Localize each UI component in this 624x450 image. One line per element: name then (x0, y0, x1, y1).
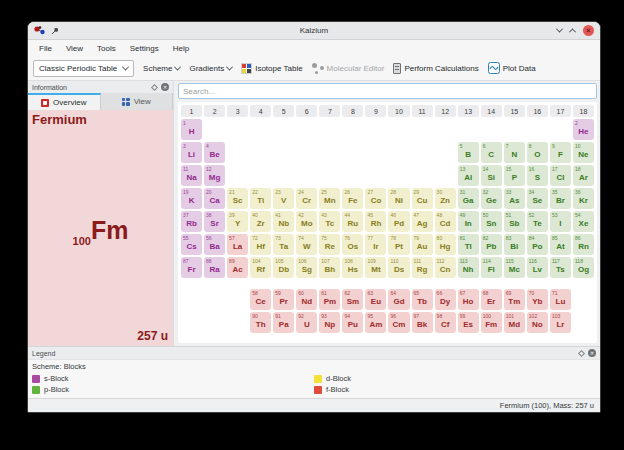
element-Ni[interactable]: 28Ni (388, 188, 409, 209)
element-Be[interactable]: 4Be (204, 142, 225, 163)
menu-view[interactable]: View (59, 44, 90, 53)
element-Al[interactable]: 13Al (458, 165, 479, 186)
element-La[interactable]: 57La (227, 234, 248, 255)
element-Ru[interactable]: 44Ru (342, 211, 363, 232)
element-Po[interactable]: 84Po (527, 234, 548, 255)
element-Ca[interactable]: 20Ca (204, 188, 225, 209)
element-P[interactable]: 15P (504, 165, 525, 186)
element-Cs[interactable]: 55Cs (181, 234, 202, 255)
menu-file[interactable]: File (32, 44, 59, 53)
element-Cf[interactable]: 98Cf (435, 312, 456, 333)
element-Rn[interactable]: 86Rn (573, 234, 594, 255)
element-Np[interactable]: 93Np (319, 312, 340, 333)
element-Rg[interactable]: 111Rg (412, 257, 433, 278)
element-Sg[interactable]: 106Sg (296, 257, 317, 278)
element-Ba[interactable]: 56Ba (204, 234, 225, 255)
element-As[interactable]: 33As (504, 188, 525, 209)
element-Br[interactable]: 35Br (550, 188, 571, 209)
element-Ts[interactable]: 117Ts (550, 257, 571, 278)
element-Gd[interactable]: 64Gd (388, 289, 409, 310)
element-Au[interactable]: 79Au (412, 234, 433, 255)
element-At[interactable]: 85At (550, 234, 571, 255)
element-Se[interactable]: 34Se (527, 188, 548, 209)
element-V[interactable]: 23V (273, 188, 294, 209)
element-Cm[interactable]: 96Cm (388, 312, 409, 333)
element-B[interactable]: 5B (458, 142, 479, 163)
element-Db[interactable]: 105Db (273, 257, 294, 278)
element-Ga[interactable]: 31Ga (458, 188, 479, 209)
element-Th[interactable]: 90Th (250, 312, 271, 333)
element-Si[interactable]: 14Si (481, 165, 502, 186)
element-Mt[interactable]: 109Mt (365, 257, 386, 278)
element-Mn[interactable]: 25Mn (319, 188, 340, 209)
element-Nh[interactable]: 113Nh (458, 257, 479, 278)
element-Cd[interactable]: 48Cd (435, 211, 456, 232)
float-dock-icon[interactable] (151, 83, 158, 90)
element-Tl[interactable]: 81Tl (458, 234, 479, 255)
element-Lu[interactable]: 71Lu (550, 289, 571, 310)
element-Mg[interactable]: 12Mg (204, 165, 225, 186)
element-S[interactable]: 16S (527, 165, 548, 186)
element-Ir[interactable]: 77Ir (365, 234, 386, 255)
element-Lr[interactable]: 103Lr (550, 312, 571, 333)
pin-icon[interactable] (51, 27, 59, 35)
element-Pt[interactable]: 78Pt (388, 234, 409, 255)
tab-view[interactable]: View (101, 93, 174, 110)
float-dock-icon[interactable] (578, 349, 585, 356)
element-Pa[interactable]: 91Pa (273, 312, 294, 333)
element-Dy[interactable]: 66Dy (435, 289, 456, 310)
search-input[interactable] (178, 83, 597, 99)
tab-overview[interactable]: Overview (28, 93, 101, 110)
element-Fm[interactable]: 100Fm (481, 312, 502, 333)
molecular-editor-button[interactable]: Molecular Editor (312, 63, 385, 74)
element-Na[interactable]: 11Na (181, 165, 202, 186)
element-Ta[interactable]: 73Ta (273, 234, 294, 255)
element-Ne[interactable]: 10Ne (573, 142, 594, 163)
element-K[interactable]: 19K (181, 188, 202, 209)
element-Am[interactable]: 95Am (365, 312, 386, 333)
close-button[interactable]: ✕ (583, 25, 594, 36)
element-Zr[interactable]: 40Zr (250, 211, 271, 232)
table-type-select[interactable]: Classic Periodic Table (33, 60, 134, 77)
element-Ds[interactable]: 110Ds (388, 257, 409, 278)
element-Ac[interactable]: 89Ac (227, 257, 248, 278)
element-Fe[interactable]: 26Fe (342, 188, 363, 209)
element-Os[interactable]: 76Os (342, 234, 363, 255)
menu-tools[interactable]: Tools (90, 44, 123, 53)
maximize-button[interactable] (569, 28, 576, 35)
element-C[interactable]: 6C (481, 142, 502, 163)
element-Ar[interactable]: 18Ar (573, 165, 594, 186)
element-Rf[interactable]: 104Rf (250, 257, 271, 278)
element-Ce[interactable]: 58Ce (250, 289, 271, 310)
element-Ho[interactable]: 67Ho (458, 289, 479, 310)
element-Ge[interactable]: 32Ge (481, 188, 502, 209)
element-Tb[interactable]: 65Tb (412, 289, 433, 310)
element-I[interactable]: 53I (550, 211, 571, 232)
element-Sb[interactable]: 51Sb (504, 211, 525, 232)
element-Y[interactable]: 39Y (227, 211, 248, 232)
element-Bk[interactable]: 97Bk (412, 312, 433, 333)
element-Te[interactable]: 52Te (527, 211, 548, 232)
element-Ti[interactable]: 22Ti (250, 188, 271, 209)
element-Rb[interactable]: 37Rb (181, 211, 202, 232)
element-Hs[interactable]: 108Hs (342, 257, 363, 278)
gradients-dropdown[interactable]: Gradients (189, 64, 232, 73)
scheme-dropdown[interactable]: Scheme (143, 64, 180, 73)
element-Lv[interactable]: 116Lv (527, 257, 548, 278)
element-Bi[interactable]: 83Bi (504, 234, 525, 255)
element-Bh[interactable]: 107Bh (319, 257, 340, 278)
element-No[interactable]: 102No (527, 312, 548, 333)
element-Rh[interactable]: 45Rh (365, 211, 386, 232)
element-Sm[interactable]: 62Sm (342, 289, 363, 310)
element-Sn[interactable]: 50Sn (481, 211, 502, 232)
element-H[interactable]: 1H (181, 119, 202, 140)
element-Pd[interactable]: 46Pd (388, 211, 409, 232)
element-Sr[interactable]: 38Sr (204, 211, 225, 232)
element-O[interactable]: 8O (527, 142, 548, 163)
element-W[interactable]: 74W (296, 234, 317, 255)
plot-data-button[interactable]: Plot Data (488, 62, 536, 74)
element-Ag[interactable]: 47Ag (412, 211, 433, 232)
isotope-table-button[interactable]: Isotope Table (241, 63, 302, 74)
element-Li[interactable]: 3Li (181, 142, 202, 163)
element-Og[interactable]: 118Og (573, 257, 594, 278)
